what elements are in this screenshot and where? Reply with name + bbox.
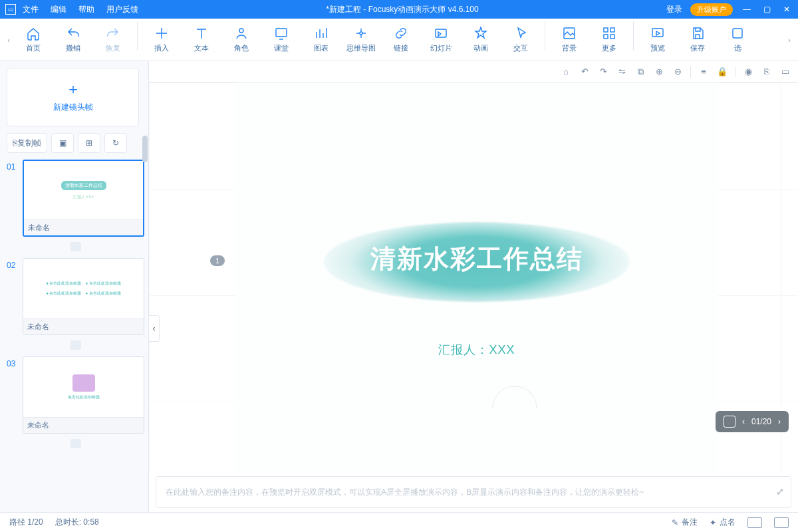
toolbar: ‹ 首页撤销恢复插入文本角色课堂图表思维导图链接幻灯片动画交互背景更多预览保存选… (0, 19, 798, 61)
footer-tool-1[interactable] (747, 517, 762, 528)
toolbar-save-button[interactable]: 保存 (678, 21, 718, 59)
thumbnail-02[interactable]: ● 点击此处添加标题● 点击此处添加标题● 点击此处添加标题● 点击此处添加标题… (23, 258, 144, 335)
toolbar-slide-button[interactable]: 幻灯片 (421, 21, 461, 59)
slide-presenter[interactable]: 汇报人：XXX (438, 342, 515, 358)
sel-icon (730, 26, 745, 41)
slide-frame: 清新水彩工作总结 汇报人：XXX (235, 82, 718, 472)
canvas-zoom-in-icon[interactable]: ⊕ (653, 66, 665, 78)
toolbar-undo-button[interactable]: 撤销 (53, 21, 93, 59)
sidebar-scrollbar[interactable] (142, 130, 148, 512)
maximize-icon[interactable]: ▢ (761, 5, 773, 14)
undo-icon (66, 26, 80, 41)
plus-icon: ＋ (66, 82, 80, 96)
canvas-rot-l-icon[interactable]: ↶ (579, 66, 591, 78)
sidebar: ＋ 新建镜头帧 ⎘ 复制帧 ▣ ⊞ ↻ 01清新水彩工作总结汇报人 XXX未命名… (0, 61, 149, 512)
thumb-label: 未命名 (23, 319, 144, 334)
canvas-navigator[interactable]: ‹01/20› (716, 411, 789, 432)
toolbar-class-button[interactable]: 课堂 (261, 21, 301, 59)
canvas-area: ⌂↶↷⇋⧉⊕⊖≡🔒◉⎘▭ 清新水彩工作总结 汇报人：XXX 1 ‹ ‹01/20… (149, 61, 798, 512)
insert-icon (154, 26, 169, 41)
svg-rect-3 (436, 29, 446, 37)
toolbar-role-button[interactable]: 角色 (221, 21, 261, 59)
svg-rect-5 (604, 28, 608, 32)
duration-indicator: 总时长: 0:58 (55, 517, 99, 528)
nav-pager: 01/20 (751, 417, 771, 426)
canvas-zoom-out-icon[interactable]: ⊖ (672, 66, 684, 78)
toolbar-home-button[interactable]: 首页 (13, 21, 53, 59)
toolbar-preview-button[interactable]: 预览 (638, 21, 678, 59)
anim-icon (473, 26, 488, 41)
notes-placeholder: 在此处输入您的备注内容，在预览时开启双屏模式，可以实现A屏全屏播放演示内容，B屏… (166, 487, 644, 498)
camera-button[interactable]: ▣ (51, 133, 74, 153)
bg-icon (562, 26, 577, 41)
upgrade-button[interactable]: 升级账户 (690, 3, 733, 16)
redo-icon (106, 26, 120, 41)
status-bar: 路径 1/20 总时长: 0:58 ✎ 备注 ✦ 点名 (0, 512, 798, 532)
rollcall-button[interactable]: ✦ 点名 (710, 517, 735, 528)
notes-input[interactable]: 在此处输入您的备注内容，在预览时开启双屏模式，可以实现A屏全屏播放演示内容，B屏… (156, 476, 791, 508)
remark-button[interactable]: ✎ 备注 (672, 517, 698, 528)
canvas-camera-icon[interactable]: ◉ (742, 66, 754, 78)
toolbar-anim-button[interactable]: 动画 (461, 21, 501, 59)
link-icon (394, 26, 408, 41)
thumb-number: 03 (7, 356, 23, 434)
toolbar-insert-button[interactable]: 插入 (142, 21, 182, 59)
toolbar-prev-icon[interactable]: ‹ (4, 36, 13, 44)
slide-title[interactable]: 清新水彩工作总结 (370, 242, 583, 276)
main-menu: 文件 编辑 帮助 用户反馈 (23, 4, 138, 15)
canvas-toolbar: ⌂↶↷⇋⧉⊕⊖≡🔒◉⎘▭ (149, 61, 798, 82)
toolbar-mind-button[interactable]: 思维导图 (341, 21, 381, 59)
canvas-dup-icon[interactable]: ⧉ (634, 66, 646, 78)
class-icon (274, 26, 289, 41)
nav-home-icon[interactable] (724, 416, 735, 428)
thumbnail-01[interactable]: 清新水彩工作总结汇报人 XXX未命名 (23, 160, 144, 237)
canvas-home-icon[interactable]: ⌂ (560, 66, 572, 78)
canvas-align-icon[interactable]: ≡ (698, 66, 710, 78)
expand-notes-icon[interactable]: ⤢ (776, 486, 784, 497)
toolbar-sel-button[interactable]: 选 (718, 21, 757, 59)
toolbar-bg-button[interactable]: 背景 (549, 21, 589, 59)
menu-help[interactable]: 帮助 (78, 4, 94, 15)
minimize-icon[interactable]: — (741, 5, 753, 14)
save-icon (690, 26, 705, 41)
refresh-button[interactable]: ↻ (104, 133, 127, 153)
timer-icon[interactable] (70, 242, 81, 251)
toolbar-redo-button[interactable]: 恢复 (93, 21, 133, 59)
toolbar-interact-button[interactable]: 交互 (501, 21, 541, 59)
canvas-lock-icon[interactable]: 🔒 (716, 66, 728, 78)
svg-point-0 (239, 29, 243, 33)
new-frame-button[interactable]: ＋ 新建镜头帧 (7, 68, 139, 126)
close-icon[interactable]: ✕ (781, 5, 793, 14)
role-icon (234, 26, 249, 41)
canvas-copy-icon[interactable]: ⎘ (761, 66, 773, 78)
chart-icon (314, 26, 329, 41)
timer-icon[interactable] (70, 439, 81, 448)
toolbar-chart-button[interactable]: 图表 (301, 21, 341, 59)
toolbar-link-button[interactable]: 链接 (381, 21, 421, 59)
login-link[interactable]: 登录 (666, 4, 682, 15)
app-logo-icon: ▭ (5, 4, 16, 15)
canvas[interactable]: 清新水彩工作总结 汇报人：XXX 1 ‹ ‹01/20› (149, 82, 798, 472)
thumbnail-list: 01清新水彩工作总结汇报人 XXX未命名02● 点击此处添加标题● 点击此处添加… (7, 160, 144, 509)
toolbar-next-icon[interactable]: › (785, 36, 794, 44)
timer-icon[interactable] (70, 340, 81, 350)
canvas-flip-icon[interactable]: ⇋ (616, 66, 628, 78)
menu-feedback[interactable]: 用户反馈 (106, 4, 138, 15)
thumb-preview: 点击此处添加标题 (23, 357, 144, 417)
copy-frame-button[interactable]: ⎘ 复制帧 (7, 133, 47, 153)
qr-button[interactable]: ⊞ (78, 133, 100, 153)
svg-rect-10 (733, 29, 742, 38)
canvas-rec-icon[interactable]: ▭ (779, 66, 791, 78)
toolbar-more-button[interactable]: 更多 (589, 21, 629, 59)
menu-edit[interactable]: 编辑 (51, 4, 66, 15)
thumbnail-03[interactable]: 点击此处添加标题未命名 (23, 356, 144, 434)
menu-file[interactable]: 文件 (23, 4, 39, 15)
frame-badge: 1 (210, 255, 225, 266)
footer-tool-2[interactable] (774, 517, 789, 528)
svg-rect-8 (610, 35, 614, 39)
window-title: *新建工程 - Focusky动画演示大师 v4.6.100 (138, 4, 666, 15)
canvas-rot-r-icon[interactable]: ↷ (597, 66, 609, 78)
collapse-sidebar-icon[interactable]: ‹ (149, 315, 160, 342)
toolbar-text-button[interactable]: 文本 (182, 21, 221, 59)
home-icon (26, 26, 41, 41)
